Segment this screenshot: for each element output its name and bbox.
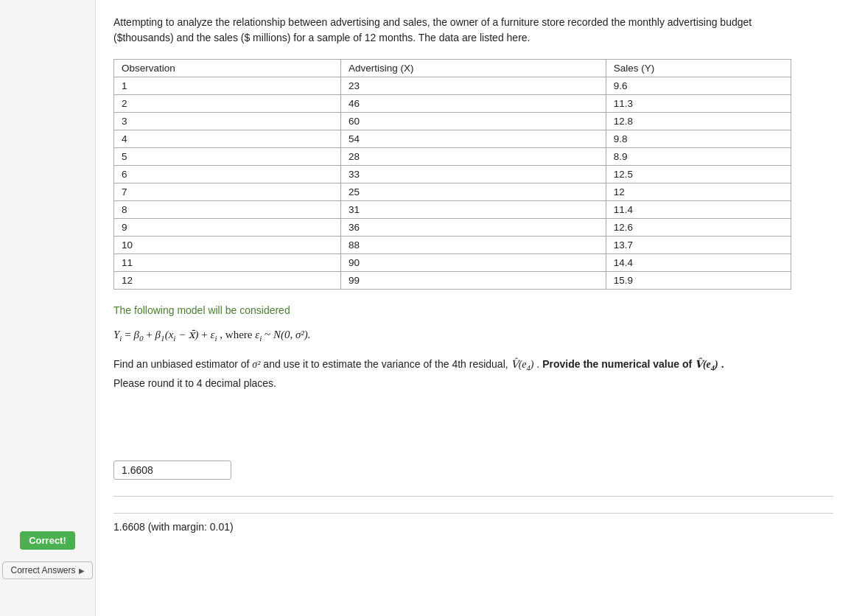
table-cell: 14.4 xyxy=(606,254,791,272)
table-cell: 6 xyxy=(114,166,341,183)
table-cell: 12.6 xyxy=(606,219,791,237)
table-cell: 4 xyxy=(114,130,341,148)
table-cell: 5 xyxy=(114,148,341,166)
table-cell: 12.8 xyxy=(606,113,791,130)
correct-answers-label: Correct Answers xyxy=(10,565,75,575)
table-cell: 2 xyxy=(114,95,341,113)
table-row: 36012.8 xyxy=(114,113,791,130)
table-row: 1239.6 xyxy=(114,77,791,95)
table-row: 83111.4 xyxy=(114,201,791,219)
table-cell: 25 xyxy=(341,183,606,201)
data-table: Observation Advertising (X) Sales (Y) 12… xyxy=(113,59,791,290)
table-cell: 88 xyxy=(341,237,606,254)
correct-answer-row: 1.6608 (with margin: 0.01) xyxy=(113,513,833,533)
table-cell: 8 xyxy=(114,201,341,219)
correct-badge: Correct! xyxy=(20,531,75,550)
table-cell: 15.9 xyxy=(606,272,791,290)
table-cell: 11.3 xyxy=(606,95,791,113)
col-header-observation: Observation xyxy=(114,60,341,77)
table-cell: 12 xyxy=(114,272,341,290)
table-cell: 10 xyxy=(114,237,341,254)
model-intro-text: The following model will be considered xyxy=(113,304,833,316)
table-cell: 28 xyxy=(341,148,606,166)
answer-row xyxy=(113,461,833,480)
answer-area: 1.6608 (with margin: 0.01) xyxy=(113,461,833,533)
table-cell: 31 xyxy=(341,201,606,219)
table-row: 129915.9 xyxy=(114,272,791,290)
main-content: Attempting to analyze the relationship b… xyxy=(96,0,851,616)
table-cell: 60 xyxy=(341,113,606,130)
table-cell: 46 xyxy=(341,95,606,113)
table-row: 72512 xyxy=(114,183,791,201)
intro-text: Attempting to analyze the relationship b… xyxy=(113,15,791,46)
question-text: Find an unbiased estimator of σ² and use… xyxy=(113,356,791,391)
col-header-advertising: Advertising (X) xyxy=(341,60,606,77)
table-cell: 90 xyxy=(341,254,606,272)
answer-input[interactable] xyxy=(113,461,231,480)
table-row: 93612.6 xyxy=(114,219,791,237)
table-cell: 9 xyxy=(114,219,341,237)
table-cell: 13.7 xyxy=(606,237,791,254)
table-row: 108813.7 xyxy=(114,237,791,254)
table-row: 119014.4 xyxy=(114,254,791,272)
table-cell: 99 xyxy=(341,272,606,290)
table-cell: 11 xyxy=(114,254,341,272)
table-cell: 23 xyxy=(341,77,606,95)
table-cell: 33 xyxy=(341,166,606,183)
table-cell: 1 xyxy=(114,77,341,95)
table-row: 63312.5 xyxy=(114,166,791,183)
table-cell: 3 xyxy=(114,113,341,130)
table-cell: 7 xyxy=(114,183,341,201)
sidebar: Correct! Correct Answers ▶ xyxy=(0,0,96,616)
table-cell: 54 xyxy=(341,130,606,148)
col-header-sales: Sales (Y) xyxy=(606,60,791,77)
table-cell: 12 xyxy=(606,183,791,201)
arrow-icon: ▶ xyxy=(79,567,85,575)
correct-answers-button[interactable]: Correct Answers ▶ xyxy=(2,561,92,579)
table-cell: 12.5 xyxy=(606,166,791,183)
table-cell: 9.8 xyxy=(606,130,791,148)
formula-display: Yi = β0 + β1(xi − x̄) + εi , where εi ~ … xyxy=(113,328,833,343)
table-row: 24611.3 xyxy=(114,95,791,113)
table-cell: 36 xyxy=(341,219,606,237)
table-row: 5288.9 xyxy=(114,148,791,166)
table-row: 4549.8 xyxy=(114,130,791,148)
divider xyxy=(113,496,833,497)
table-cell: 8.9 xyxy=(606,148,791,166)
correct-answer-text: 1.6608 (with margin: 0.01) xyxy=(113,521,234,533)
table-cell: 11.4 xyxy=(606,201,791,219)
table-cell: 9.6 xyxy=(606,77,791,95)
